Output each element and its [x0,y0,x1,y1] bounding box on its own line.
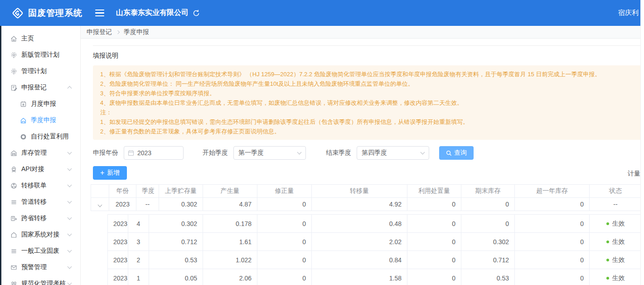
refresh-icon[interactable] [192,9,200,17]
chevron-down-icon [68,281,72,285]
cell-corrected: 0 [257,198,312,211]
cell-produced: 1.022 [203,251,257,269]
cell-status: 生效 [590,251,642,269]
cell-status: 生效 [590,215,642,233]
sidebar-item-new-management-plan[interactable]: 新版管理计划 [1,47,80,63]
user-name[interactable]: 宿庆利 [618,0,639,26]
sidebar-item-monthly-declaration[interactable]: 月度申报 [1,96,80,112]
sidebar-item-warning-management[interactable]: 预警管理 [1,259,80,275]
sidebar-item-declaration-register[interactable]: 申报登记 [1,79,80,96]
cell-year: 2023 [109,198,136,211]
cell-year: 2023 [108,233,128,251]
notice-line: 1、根据《危险废物管理计划和管理台账制定技术导则》 （HJ 1259—2022）… [100,69,637,79]
sidebar-item-home[interactable]: 主页 [1,30,80,47]
cell-quarter: 3 [128,233,149,251]
sidebar-item-management-plan[interactable]: 管理计划 [1,63,80,79]
sidebar-item-pipeline-transfer[interactable]: 管道转移 [1,194,80,210]
sidebar-item-transfer-manifest[interactable]: 转移联单 [1,177,80,194]
transfer-node-icon [10,182,18,190]
sidebar-item-national-system[interactable]: 国家系统对接 [1,226,80,243]
status-dot [606,241,609,243]
sidebar-item-api-integration[interactable]: API对接 [1,161,80,177]
start-quarter-value: 第一季度 [238,149,264,157]
status-dot [606,222,609,225]
chevron-down-icon [68,216,72,220]
column-header-status: 状态 [590,185,642,198]
cell-prev_storage: 0.53 [149,251,203,269]
search-icon [446,150,452,156]
cell-ending_inventory: 0 [461,215,515,233]
summary-row: 2023--0.3024.8704.92000-- [91,198,644,211]
sidebar-item-standardization-assessment[interactable]: 规范化管理考核 [1,275,80,285]
expand-row-icon[interactable] [98,203,102,207]
sidebar-item-label: 预警管理 [21,263,47,271]
sidebar-item-label: 国家系统对接 [21,231,59,239]
toolbar: 新增 计量单位 [93,166,644,180]
cell-utilized_disposed: 0 [407,269,461,285]
cell-transferred: 4.92 [312,198,407,211]
cell-year: 2023 [108,215,128,233]
notice-line: 4、废物申报数据是由本单位日常业务汇总而成，无需单位填写，如废物汇总信息错误，请… [100,98,637,108]
collapsed-edge-strip [0,26,1,285]
cell-corrected: 0 [257,215,312,233]
cell-prev_storage: 0.302 [149,215,203,233]
breadcrumb-separator-icon [116,30,120,34]
cell-utilized_disposed: 0 [407,251,461,269]
year-input[interactable]: 2023 [124,146,184,160]
sidebar-item-label: 申报登记 [21,84,47,92]
column-header-ending_inventory: 期末库存 [461,185,515,198]
radio-dot-icon [19,133,27,141]
column-header-transferred: 转移量 [312,185,407,198]
sidebar-item-cross-province-transfer[interactable]: 跨省转移 [1,210,80,226]
end-quarter-select[interactable]: 第四季度 [357,146,429,160]
cell-corrected: 0 [257,269,312,285]
chevron-down-icon [68,183,72,187]
section-divider [93,45,644,46]
add-button[interactable]: 新增 [93,166,127,180]
quarterly-table: 年份季度上季贮存量产生量修正量转移量利用处置量期末库存超一年库存状态 2023-… [91,184,644,285]
cell-produced: 1.61 [203,233,257,251]
sidebar-item-label: 跨省转移 [21,214,47,222]
people-icon [10,280,18,285]
sidebar-item-inventory-management[interactable]: 库存管理 [1,145,80,161]
top-bar: 固废管理系统 山东泰东实业有限公司 宿庆利 [0,0,644,26]
end-quarter-label: 结束季度 [326,149,351,157]
status-label: 生效 [612,238,625,246]
chevron-down-icon [68,167,72,171]
gov-building-icon [10,231,18,239]
app-title: 固废管理系统 [28,7,82,19]
table-row: 202310.052.0601.5800.530生效 [108,269,644,285]
sidebar-item-general-industrial-waste[interactable]: 一般工业固废 [1,243,80,259]
cell-ending_inventory: 0.712 [461,251,515,269]
cell-over_one_year: 0 [515,198,590,211]
chevron-down-icon [68,199,72,204]
sidebar-item-label: 规范化管理考核 [21,280,66,285]
chevron-down-icon [68,248,72,253]
cross-province-icon [10,215,18,222]
cell-quarter: 1 [128,269,149,285]
cell-produced: 4.87 [203,198,257,211]
status-dot [606,259,609,261]
status-dot [606,277,609,280]
cell-transferred: 0.84 [312,251,407,269]
cell-quarter: 2 [128,251,149,269]
chevron-down-icon [68,232,72,236]
column-header-corrected: 修正量 [257,185,312,198]
cell-ending_inventory: 0.302 [461,233,515,251]
status-label: 生效 [612,274,625,282]
scrollbar[interactable] [640,0,644,285]
hamburger-menu-button[interactable] [95,10,104,17]
query-button[interactable]: 查询 [439,146,474,160]
cell-transferred: 1.58 [312,269,407,285]
cell-expand[interactable] [91,198,109,211]
start-quarter-select[interactable]: 第一季度 [233,146,306,160]
sidebar-item-quarterly-declaration[interactable]: 季度申报 [1,112,80,128]
cell-prev_storage: 0.05 [149,269,203,285]
cell-corrected: 0 [257,233,312,251]
chevron-down-icon [68,150,72,155]
breadcrumb-item-current: 季度申报 [124,28,149,36]
notice-line: 2、危险废物简化管理单位： 同一生产经营场所危险废物年产生量10t及以上且未纳入… [100,79,637,88]
breadcrumb-item-parent[interactable]: 申报登记 [87,28,112,36]
end-quarter-value: 第四季度 [362,149,387,157]
sidebar-item-self-disposal[interactable]: 自行处置利用 [1,128,80,145]
